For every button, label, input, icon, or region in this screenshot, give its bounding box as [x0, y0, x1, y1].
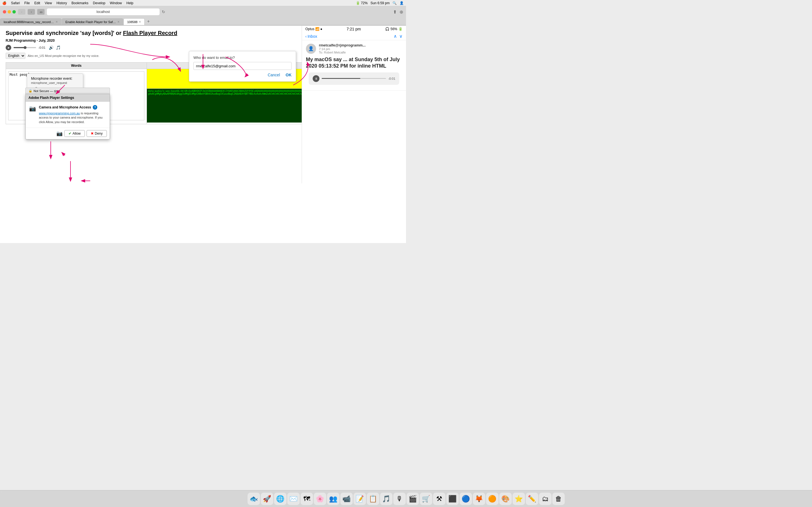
down-arrow-icon[interactable]: ∨	[399, 34, 403, 39]
email-dialog-buttons: Cancel OK	[193, 73, 292, 77]
camera-icon-small: 📷	[56, 130, 63, 136]
email-subject: My macOS say ... at Sunday 5th of July 2…	[306, 56, 402, 69]
email-dialog-label: Who do want to email to?	[193, 55, 292, 60]
mic-event-name: microphone_user_request	[31, 81, 79, 84]
words-header: Words	[6, 62, 147, 69]
menu-edit[interactable]: Edit	[35, 1, 40, 5]
lock-icon: 🔒	[29, 89, 33, 93]
flash-section-title: Camera and Microphone Access	[39, 105, 91, 109]
tab-close-2[interactable]: ✕	[139, 20, 141, 23]
email-preview: 👤 rmetcalfe@rjmprogramm... 7:14 pm To: R…	[302, 40, 406, 91]
volume-icon[interactable]: 🔊	[49, 45, 54, 50]
menu-view[interactable]: View	[45, 1, 52, 5]
email-input[interactable]	[193, 62, 292, 70]
menu-bar-search[interactable]: 🔍	[393, 1, 397, 5]
flash-dialog: Adobe Flash Player Settings 📷 Camera and…	[26, 94, 110, 139]
share-button[interactable]: ⬆	[393, 9, 397, 15]
menu-bar-time: Sun 6:59 pm	[370, 1, 390, 5]
sender-avatar: 👤	[306, 44, 316, 54]
tab-close-1[interactable]: ✕	[117, 20, 119, 23]
mic-event-title: Microphone recorder event:	[31, 76, 79, 80]
maximize-button[interactable]	[12, 10, 16, 13]
main-content: Supervise and synchronize 'say [words]' …	[0, 25, 406, 243]
iphone-panel: Optus 📶 ● 7:21 pm 🎧 56% 🔋 ‹ Inbox ∧ ∨	[302, 25, 406, 183]
tab-0[interactable]: localhost:8888/macos_say_record.php?audi…	[0, 18, 61, 25]
new-tab-button[interactable]: ⊕	[400, 9, 403, 15]
audio-progress[interactable]	[13, 47, 36, 48]
menu-window[interactable]: Window	[110, 1, 122, 5]
iphone-progress-bar[interactable]	[322, 78, 386, 79]
sender-name: rmetcalfe@rjmprogramm...	[319, 43, 366, 47]
allow-button[interactable]: ✔ Allow	[64, 130, 85, 137]
tab-2[interactable]: 108588 ✕	[123, 18, 145, 25]
back-button[interactable]: ‹	[18, 9, 26, 15]
apple-menu[interactable]: 🍎	[2, 1, 6, 5]
tab-1[interactable]: Enable Adobe Flash Player for Safari ✕	[62, 18, 123, 25]
iphone-audio-time: -0:01	[388, 77, 395, 80]
email-to: To: Robert Metcalfe	[319, 51, 366, 54]
camera-icon: 📷	[29, 105, 36, 112]
flash-buttons: 📷 ✔ Allow ✖ Deny	[26, 128, 110, 139]
iphone-nav: ‹ Inbox ∧ ∨	[302, 33, 406, 40]
sidebar-toggle[interactable]: ▭	[37, 9, 45, 15]
not-secure-label: Not Secure — rjmp	[34, 89, 60, 93]
iphone-headphone-icon: 🎧	[385, 27, 389, 31]
flash-dialog-title: Adobe Flash Player Settings	[26, 94, 110, 102]
menu-history[interactable]: History	[56, 1, 67, 5]
menu-safari[interactable]: Safari	[11, 1, 20, 5]
not-secure-bar: 🔒 Not Secure — rjmp	[26, 88, 110, 94]
deny-button[interactable]: ✖ Deny	[87, 130, 107, 137]
iphone-back-button[interactable]: ‹ Inbox	[305, 34, 317, 39]
iphone-wifi-icon: 📶	[315, 27, 319, 31]
forward-button[interactable]: ›	[28, 9, 35, 15]
menu-help[interactable]: Help	[126, 1, 133, 5]
minimize-button[interactable]	[8, 10, 11, 13]
flash-dialog-overlay: 🔒 Not Secure — rjmp Adobe Flash Player S…	[26, 88, 110, 139]
iphone-pause-button[interactable]	[313, 75, 319, 82]
audio-extra-icon: 🎵	[56, 45, 61, 50]
close-button[interactable]	[3, 10, 6, 13]
iphone-nav-arrows[interactable]: ∧ ∨	[394, 34, 403, 39]
email-dialog: Who do want to email to? Cancel OK	[189, 51, 296, 82]
flash-site-link[interactable]: www.rjmprogramming.com.au	[39, 112, 80, 115]
menu-bar-user[interactable]: 👤	[400, 1, 404, 5]
info-icon[interactable]: ?	[93, 105, 97, 110]
mac-menu-bar: 🍎 Safari File Edit View History Bookmark…	[0, 0, 406, 6]
menu-develop[interactable]: Develop	[93, 1, 105, 5]
add-tab-button[interactable]: +	[145, 19, 152, 24]
tabs-row: localhost:8888/macos_say_record.php?audi…	[0, 17, 406, 25]
play-button[interactable]	[6, 45, 11, 50]
iphone-time: 7:21 pm	[347, 27, 361, 31]
iphone-signal-icon: ●	[320, 27, 322, 31]
cancel-button[interactable]: Cancel	[267, 73, 280, 77]
menu-bookmarks[interactable]: Bookmarks	[71, 1, 89, 5]
flash-body-text: www.rjmprogramming.com.au is requesting …	[39, 111, 106, 124]
tab-close-0[interactable]: ✕	[56, 20, 58, 23]
audio-time: -0:01	[38, 46, 45, 49]
iphone-status-bar: Optus 📶 ● 7:21 pm 🎧 56% 🔋	[302, 25, 406, 33]
menu-file[interactable]: File	[24, 1, 30, 5]
language-select[interactable]: English	[6, 53, 26, 59]
ok-button[interactable]: OK	[286, 73, 292, 77]
iphone-audio-player: -0:01	[309, 72, 399, 85]
browser-chrome: ‹ › ▭ localhost ↻ ⬆ ⊕ localhost:8888/mac…	[0, 6, 406, 25]
iphone-carrier: Optus	[305, 27, 314, 31]
reload-button[interactable]: ↻	[162, 10, 165, 14]
voice-label: Alex en_US Most people recognize me by m…	[28, 54, 99, 57]
address-bar[interactable]: localhost	[47, 8, 160, 15]
iphone-battery-label: 56%	[391, 27, 397, 31]
up-arrow-icon[interactable]: ∧	[394, 34, 397, 39]
email-sent-time: 7:14 pm	[319, 47, 366, 51]
menu-bar-battery: 🔋 72%	[356, 1, 368, 5]
iphone-battery-icon: 🔋	[398, 27, 403, 31]
